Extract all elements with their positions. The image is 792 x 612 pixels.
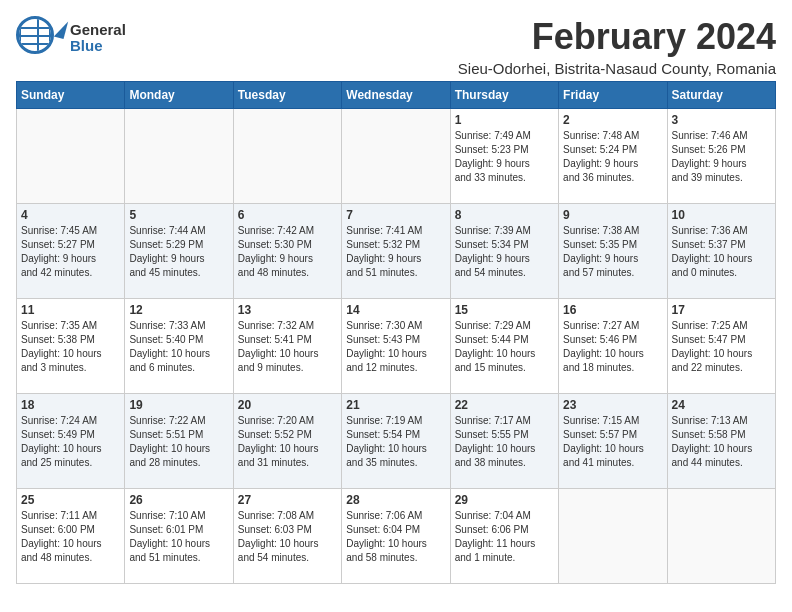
day-number: 4 [21,208,120,222]
calendar-day-cell: 6Sunrise: 7:42 AM Sunset: 5:30 PM Daylig… [233,204,341,299]
calendar-day-cell: 21Sunrise: 7:19 AM Sunset: 5:54 PM Dayli… [342,394,450,489]
day-info: Sunrise: 7:29 AM Sunset: 5:44 PM Dayligh… [455,319,554,375]
calendar-day-cell: 19Sunrise: 7:22 AM Sunset: 5:51 PM Dayli… [125,394,233,489]
page-header: General Blue February 2024 Sieu-Odorhei,… [16,16,776,77]
calendar-day-cell: 9Sunrise: 7:38 AM Sunset: 5:35 PM Daylig… [559,204,667,299]
day-number: 3 [672,113,771,127]
calendar-day-cell [667,489,775,584]
weekday-header: Tuesday [233,82,341,109]
calendar-day-cell: 10Sunrise: 7:36 AM Sunset: 5:37 PM Dayli… [667,204,775,299]
calendar-day-cell [342,109,450,204]
day-number: 16 [563,303,662,317]
day-info: Sunrise: 7:42 AM Sunset: 5:30 PM Dayligh… [238,224,337,280]
day-number: 29 [455,493,554,507]
calendar-day-cell [559,489,667,584]
day-number: 22 [455,398,554,412]
day-number: 9 [563,208,662,222]
day-info: Sunrise: 7:32 AM Sunset: 5:41 PM Dayligh… [238,319,337,375]
day-number: 18 [21,398,120,412]
calendar-day-cell: 15Sunrise: 7:29 AM Sunset: 5:44 PM Dayli… [450,299,558,394]
day-number: 11 [21,303,120,317]
logo-general-text: General [70,22,126,39]
calendar-day-cell [17,109,125,204]
title-section: February 2024 Sieu-Odorhei, Bistrita-Nas… [458,16,776,77]
calendar-day-cell [233,109,341,204]
calendar-day-cell: 13Sunrise: 7:32 AM Sunset: 5:41 PM Dayli… [233,299,341,394]
day-number: 19 [129,398,228,412]
calendar-week-row: 18Sunrise: 7:24 AM Sunset: 5:49 PM Dayli… [17,394,776,489]
calendar-day-cell: 27Sunrise: 7:08 AM Sunset: 6:03 PM Dayli… [233,489,341,584]
day-number: 5 [129,208,228,222]
day-number: 7 [346,208,445,222]
day-number: 12 [129,303,228,317]
day-info: Sunrise: 7:24 AM Sunset: 5:49 PM Dayligh… [21,414,120,470]
weekday-header: Wednesday [342,82,450,109]
calendar-day-cell: 23Sunrise: 7:15 AM Sunset: 5:57 PM Dayli… [559,394,667,489]
weekday-header: Thursday [450,82,558,109]
logo-blue-text: Blue [70,38,126,55]
day-number: 10 [672,208,771,222]
calendar-day-cell: 22Sunrise: 7:17 AM Sunset: 5:55 PM Dayli… [450,394,558,489]
day-number: 25 [21,493,120,507]
calendar-week-row: 1Sunrise: 7:49 AM Sunset: 5:23 PM Daylig… [17,109,776,204]
day-info: Sunrise: 7:22 AM Sunset: 5:51 PM Dayligh… [129,414,228,470]
day-info: Sunrise: 7:33 AM Sunset: 5:40 PM Dayligh… [129,319,228,375]
weekday-header: Friday [559,82,667,109]
day-number: 17 [672,303,771,317]
calendar-week-row: 25Sunrise: 7:11 AM Sunset: 6:00 PM Dayli… [17,489,776,584]
day-info: Sunrise: 7:36 AM Sunset: 5:37 PM Dayligh… [672,224,771,280]
calendar-day-cell: 25Sunrise: 7:11 AM Sunset: 6:00 PM Dayli… [17,489,125,584]
calendar-week-row: 4Sunrise: 7:45 AM Sunset: 5:27 PM Daylig… [17,204,776,299]
day-info: Sunrise: 7:20 AM Sunset: 5:52 PM Dayligh… [238,414,337,470]
weekday-header-row: SundayMondayTuesdayWednesdayThursdayFrid… [17,82,776,109]
calendar-table: SundayMondayTuesdayWednesdayThursdayFrid… [16,81,776,584]
day-info: Sunrise: 7:41 AM Sunset: 5:32 PM Dayligh… [346,224,445,280]
weekday-header: Sunday [17,82,125,109]
weekday-header: Saturday [667,82,775,109]
calendar-week-row: 11Sunrise: 7:35 AM Sunset: 5:38 PM Dayli… [17,299,776,394]
day-info: Sunrise: 7:13 AM Sunset: 5:58 PM Dayligh… [672,414,771,470]
day-info: Sunrise: 7:10 AM Sunset: 6:01 PM Dayligh… [129,509,228,565]
day-number: 28 [346,493,445,507]
day-info: Sunrise: 7:11 AM Sunset: 6:00 PM Dayligh… [21,509,120,565]
day-info: Sunrise: 7:49 AM Sunset: 5:23 PM Dayligh… [455,129,554,185]
day-number: 27 [238,493,337,507]
calendar-day-cell: 17Sunrise: 7:25 AM Sunset: 5:47 PM Dayli… [667,299,775,394]
calendar-day-cell: 11Sunrise: 7:35 AM Sunset: 5:38 PM Dayli… [17,299,125,394]
calendar-day-cell: 18Sunrise: 7:24 AM Sunset: 5:49 PM Dayli… [17,394,125,489]
day-info: Sunrise: 7:45 AM Sunset: 5:27 PM Dayligh… [21,224,120,280]
day-number: 14 [346,303,445,317]
day-info: Sunrise: 7:15 AM Sunset: 5:57 PM Dayligh… [563,414,662,470]
calendar-day-cell: 5Sunrise: 7:44 AM Sunset: 5:29 PM Daylig… [125,204,233,299]
calendar-day-cell: 4Sunrise: 7:45 AM Sunset: 5:27 PM Daylig… [17,204,125,299]
day-info: Sunrise: 7:48 AM Sunset: 5:24 PM Dayligh… [563,129,662,185]
day-number: 2 [563,113,662,127]
day-info: Sunrise: 7:39 AM Sunset: 5:34 PM Dayligh… [455,224,554,280]
calendar-day-cell: 1Sunrise: 7:49 AM Sunset: 5:23 PM Daylig… [450,109,558,204]
logo: General Blue [16,16,126,60]
day-info: Sunrise: 7:38 AM Sunset: 5:35 PM Dayligh… [563,224,662,280]
day-number: 23 [563,398,662,412]
calendar-day-cell: 29Sunrise: 7:04 AM Sunset: 6:06 PM Dayli… [450,489,558,584]
day-info: Sunrise: 7:44 AM Sunset: 5:29 PM Dayligh… [129,224,228,280]
day-info: Sunrise: 7:06 AM Sunset: 6:04 PM Dayligh… [346,509,445,565]
calendar-day-cell: 12Sunrise: 7:33 AM Sunset: 5:40 PM Dayli… [125,299,233,394]
day-number: 21 [346,398,445,412]
day-number: 1 [455,113,554,127]
calendar-day-cell: 2Sunrise: 7:48 AM Sunset: 5:24 PM Daylig… [559,109,667,204]
day-info: Sunrise: 7:25 AM Sunset: 5:47 PM Dayligh… [672,319,771,375]
weekday-header: Monday [125,82,233,109]
calendar-day-cell: 14Sunrise: 7:30 AM Sunset: 5:43 PM Dayli… [342,299,450,394]
day-info: Sunrise: 7:04 AM Sunset: 6:06 PM Dayligh… [455,509,554,565]
calendar-day-cell: 20Sunrise: 7:20 AM Sunset: 5:52 PM Dayli… [233,394,341,489]
day-number: 26 [129,493,228,507]
day-number: 8 [455,208,554,222]
calendar-day-cell: 28Sunrise: 7:06 AM Sunset: 6:04 PM Dayli… [342,489,450,584]
day-info: Sunrise: 7:19 AM Sunset: 5:54 PM Dayligh… [346,414,445,470]
day-number: 15 [455,303,554,317]
calendar-day-cell [125,109,233,204]
calendar-day-cell: 8Sunrise: 7:39 AM Sunset: 5:34 PM Daylig… [450,204,558,299]
day-info: Sunrise: 7:46 AM Sunset: 5:26 PM Dayligh… [672,129,771,185]
day-info: Sunrise: 7:17 AM Sunset: 5:55 PM Dayligh… [455,414,554,470]
calendar-day-cell: 24Sunrise: 7:13 AM Sunset: 5:58 PM Dayli… [667,394,775,489]
